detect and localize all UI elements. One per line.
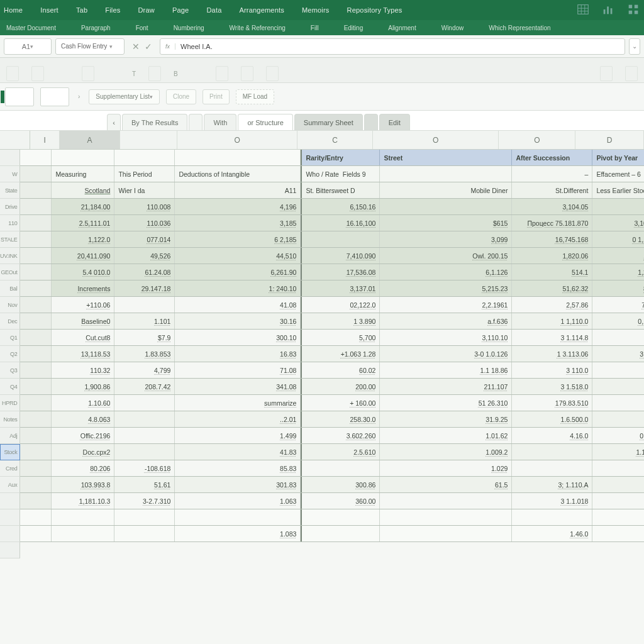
cell[interactable] — [592, 509, 644, 525]
cell[interactable] — [20, 215, 52, 231]
cell[interactable]: 3 110.0 — [512, 362, 592, 378]
cell[interactable]: 6,1.126 — [380, 264, 512, 280]
cell[interactable]: Owl. 200.15 — [380, 248, 512, 264]
cell[interactable] — [114, 411, 175, 427]
cell[interactable]: 2,57.86 — [512, 297, 592, 313]
cell[interactable]: 7 2.23 — [592, 297, 644, 313]
cell[interactable] — [20, 428, 52, 443]
cell[interactable]: Deductions of Intangible — [175, 166, 301, 182]
cell[interactable] — [20, 280, 52, 296]
cell[interactable]: 3,101.12 — [592, 215, 644, 231]
cell[interactable]: Процесс 75.181.870 — [512, 215, 592, 231]
cell[interactable]: 1,22.00 — [592, 264, 644, 280]
column-header[interactable]: O — [373, 131, 499, 149]
cell[interactable]: 1.063 — [175, 493, 301, 509]
cell[interactable] — [114, 395, 175, 411]
cell[interactable] — [114, 150, 175, 165]
cell[interactable]: 103.993.8 — [52, 477, 114, 492]
cell[interactable] — [512, 444, 592, 460]
cell[interactable] — [301, 460, 380, 476]
cell[interactable]: 3,185 — [175, 215, 301, 231]
column-header[interactable]: D — [575, 131, 644, 149]
cell[interactable]: 1.029 — [380, 460, 512, 476]
cell[interactable]: 4.8.063 — [52, 411, 114, 427]
cell[interactable]: 110.008 — [114, 199, 175, 214]
toolbar-chip[interactable]: Print — [203, 89, 230, 104]
tool-slot[interactable] — [82, 66, 94, 81]
cell[interactable]: 3-2.7.310 — [114, 493, 175, 509]
sheet-tab[interactable]: Edit — [379, 114, 410, 130]
cell[interactable] — [592, 526, 644, 541]
cell[interactable] — [20, 166, 52, 182]
view-thumbnail[interactable] — [40, 87, 69, 106]
ribbon-tab[interactable]: Draw — [138, 6, 154, 14]
cell[interactable]: 360.00 — [301, 493, 380, 509]
cancel-icon[interactable]: ✕ — [132, 42, 140, 52]
cell[interactable]: 61.24.08 — [114, 264, 175, 280]
cell[interactable] — [20, 477, 52, 492]
cell[interactable]: +110.06 — [52, 297, 114, 313]
cell[interactable]: A11 — [175, 182, 301, 198]
cell[interactable]: 0,100.0 — [592, 313, 644, 329]
cell[interactable]: 211.107 — [380, 379, 512, 394]
cell[interactable]: Mobile Diner — [380, 182, 512, 198]
cell[interactable] — [20, 526, 52, 541]
row-header[interactable]: Q1 — [0, 330, 20, 346]
cell[interactable]: 300.86 — [301, 477, 380, 492]
name-box[interactable]: A1 ▾ — [4, 38, 52, 55]
cell[interactable]: 1.101 — [114, 313, 175, 329]
cell[interactable] — [20, 493, 52, 509]
cell[interactable] — [20, 444, 52, 460]
cell[interactable] — [301, 526, 380, 541]
cell-header[interactable]: Street — [380, 150, 512, 165]
sheet-tab-nav[interactable]: ‹ — [107, 114, 121, 130]
row-header[interactable]: Nov — [0, 297, 20, 313]
cell[interactable]: 41.83 — [175, 444, 301, 460]
accept-icon[interactable]: ✓ — [145, 42, 152, 52]
sheet-tab[interactable]: With — [204, 114, 236, 130]
cell[interactable]: 20,411.090 — [52, 248, 114, 264]
cell[interactable] — [114, 509, 175, 525]
cell[interactable] — [301, 231, 380, 247]
view-thumbnail-active[interactable] — [5, 87, 34, 106]
cell[interactable]: 1.499 — [175, 428, 301, 443]
cell[interactable]: 1,820.06 — [512, 248, 592, 264]
cell[interactable] — [20, 182, 52, 198]
grid-area[interactable]: W State Drive 110 STALE UV.INK GEOut Bal… — [0, 150, 644, 644]
row-header[interactable]: Aux — [0, 477, 20, 493]
cell[interactable] — [52, 509, 114, 525]
cell[interactable]: 4.16.0 — [512, 428, 592, 443]
toolbar-chip[interactable]: Clone — [166, 89, 196, 104]
table-icon[interactable] — [576, 3, 590, 18]
cell[interactable] — [175, 150, 301, 165]
cell[interactable] — [20, 199, 52, 214]
cell[interactable]: Measuring — [52, 166, 114, 182]
row-header[interactable] — [0, 493, 20, 509]
row-header[interactable] — [0, 509, 20, 526]
tool-slot[interactable] — [625, 66, 638, 81]
row-header[interactable]: UV.INK — [0, 248, 20, 264]
cell[interactable]: Who / Rate Fields 9 — [301, 166, 380, 182]
cell[interactable]: 1.69 — [592, 493, 644, 509]
cell[interactable]: 3,104.05 — [512, 199, 592, 214]
cell[interactable]: 4,799 — [114, 362, 175, 378]
row-header[interactable]: Q4 — [0, 379, 20, 395]
cell[interactable] — [114, 428, 175, 443]
cell[interactable] — [380, 199, 512, 214]
cell[interactable]: 2.0 — [592, 362, 644, 378]
tool-slot[interactable] — [216, 66, 228, 81]
cell[interactable] — [20, 248, 52, 264]
cell[interactable]: 0.00 — [592, 477, 644, 492]
cell[interactable]: 1.83.853 — [114, 346, 175, 362]
row-header[interactable]: State — [0, 182, 20, 199]
column-header[interactable]: I — [30, 131, 60, 149]
function-picker[interactable]: Cash Flow Entry▾ — [55, 38, 125, 55]
cell[interactable]: Wier I da — [114, 182, 175, 198]
cell[interactable]: 3-0 1.0.126 — [380, 346, 512, 362]
sheet-tab[interactable] — [364, 114, 378, 130]
ribbon-tab[interactable]: Repository Types — [347, 6, 402, 14]
cell[interactable]: -108.618 — [114, 460, 175, 476]
cell[interactable] — [52, 526, 114, 541]
cell[interactable]: 0.1 — [592, 411, 644, 427]
cell-header[interactable]: Rarity/Entry — [301, 150, 380, 165]
